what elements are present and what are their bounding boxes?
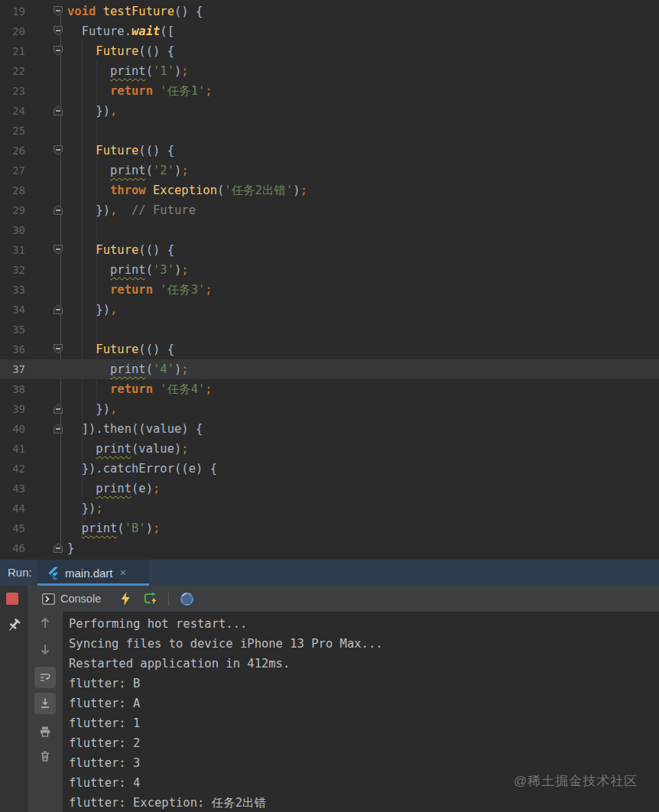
console-line: flutter: 2	[69, 733, 659, 753]
fold-gutter	[34, 320, 67, 339]
code-text[interactable]: Future.wait([	[67, 21, 174, 41]
code-line: 23 return '任务1';	[0, 81, 659, 101]
line-number: 30	[0, 220, 34, 240]
fold-gutter	[34, 141, 67, 161]
run-tab-main-dart[interactable]: main.dart ×	[37, 560, 149, 586]
line-number: 27	[0, 161, 34, 180]
line-number: 28	[0, 180, 34, 200]
code-text[interactable]: return '任务3';	[67, 280, 213, 300]
line-number: 40	[0, 419, 34, 439]
code-text[interactable]: }), // Future	[67, 200, 196, 220]
fold-marker-icon[interactable]	[54, 424, 63, 434]
fold-gutter	[34, 121, 67, 141]
line-number: 19	[0, 2, 34, 21]
code-line: 24 }),	[0, 101, 659, 121]
arrow-up-icon[interactable]	[34, 615, 56, 632]
code-line: 43 print(e);	[0, 479, 659, 499]
devtools-icon[interactable]	[179, 591, 194, 606]
fold-gutter	[34, 339, 67, 359]
code-text[interactable]: void testFuture() {	[67, 2, 203, 21]
fold-marker-icon[interactable]	[54, 205, 63, 215]
fold-gutter	[34, 220, 67, 240]
fold-gutter	[34, 300, 67, 320]
console-tab-label: Console	[60, 593, 101, 605]
code-text[interactable]: throw Exception('任务2出错');	[67, 180, 307, 200]
code-text[interactable]: Future(() {	[67, 339, 174, 359]
line-number: 33	[0, 280, 34, 300]
code-line: 26 Future(() {	[0, 141, 659, 161]
code-text[interactable]: return '任务1';	[67, 81, 213, 101]
code-text[interactable]: print('2');	[67, 161, 189, 180]
code-line: 42 }).catchError((e) {	[0, 459, 659, 479]
code-line: 25	[0, 121, 659, 141]
fold-gutter	[34, 479, 67, 499]
line-number: 21	[0, 41, 34, 61]
fold-marker-icon[interactable]	[54, 145, 63, 155]
console-toolbar: Console	[0, 586, 659, 612]
editor-lines: 19void testFuture() {20 Future.wait([21 …	[0, 2, 659, 558]
hot-reload-lightning-icon[interactable]	[118, 591, 133, 606]
code-text[interactable]: }),	[67, 101, 117, 121]
code-text[interactable]: print('3');	[67, 260, 189, 280]
code-text[interactable]: ]).then((value) {	[67, 419, 203, 439]
line-number: 23	[0, 81, 34, 101]
code-text[interactable]: Future(() {	[67, 41, 174, 61]
code-text[interactable]: }	[67, 538, 74, 558]
fold-gutter	[34, 200, 67, 220]
stop-icon[interactable]	[6, 593, 18, 605]
fold-marker-icon[interactable]	[54, 26, 63, 36]
pin-icon[interactable]	[6, 618, 21, 633]
close-icon[interactable]: ×	[120, 567, 127, 578]
code-text[interactable]: }),	[67, 399, 117, 419]
code-text[interactable]: }),	[67, 300, 117, 320]
soft-wrap-icon[interactable]	[34, 667, 56, 688]
scroll-to-end-icon[interactable]	[34, 693, 56, 714]
line-number: 41	[0, 439, 34, 459]
code-text[interactable]: print('4');	[67, 359, 189, 379]
line-number: 38	[0, 379, 34, 399]
fold-marker-icon[interactable]	[54, 543, 63, 553]
fold-gutter	[34, 280, 67, 300]
code-line: 28 throw Exception('任务2出错');	[0, 180, 659, 200]
print-icon[interactable]	[34, 723, 56, 740]
code-text[interactable]: print(value);	[67, 439, 189, 459]
line-number: 34	[0, 300, 34, 320]
toolbar-divider	[168, 592, 169, 606]
fold-gutter	[34, 21, 67, 41]
fold-marker-icon[interactable]	[54, 245, 63, 255]
line-number: 45	[0, 518, 34, 538]
fold-marker-icon[interactable]	[54, 6, 63, 16]
code-text[interactable]: print('1');	[67, 61, 189, 81]
hot-restart-icon[interactable]	[143, 591, 158, 606]
fold-marker-icon[interactable]	[54, 46, 63, 56]
line-number: 36	[0, 339, 34, 359]
code-text[interactable]: print('B');	[67, 518, 160, 538]
trash-icon[interactable]	[34, 748, 56, 765]
tab-console[interactable]: Console	[42, 593, 101, 605]
line-number: 43	[0, 479, 34, 499]
line-number: 46	[0, 538, 34, 558]
code-line: 44 });	[0, 499, 659, 518]
line-number: 29	[0, 200, 34, 220]
fold-gutter	[34, 499, 67, 518]
code-text[interactable]: return '任务4';	[67, 379, 213, 399]
fold-gutter	[34, 419, 67, 439]
code-text[interactable]: }).catchError((e) {	[67, 459, 217, 479]
code-text[interactable]: Future(() {	[67, 141, 174, 161]
arrow-down-icon[interactable]	[34, 641, 56, 658]
code-text[interactable]: print(e);	[67, 479, 160, 499]
fold-gutter	[34, 538, 67, 558]
code-line: 34 }),	[0, 300, 659, 320]
fold-marker-icon[interactable]	[54, 404, 63, 414]
fold-gutter	[34, 180, 67, 200]
code-text[interactable]: Future(() {	[67, 240, 174, 260]
code-line: 35	[0, 320, 659, 339]
code-line: 21 Future(() {	[0, 41, 659, 61]
line-number: 37	[0, 359, 34, 379]
fold-marker-icon[interactable]	[54, 344, 63, 354]
code-text[interactable]: });	[67, 499, 103, 518]
fold-marker-icon[interactable]	[54, 304, 63, 314]
code-editor[interactable]: 19void testFuture() {20 Future.wait([21 …	[0, 0, 659, 560]
fold-gutter	[34, 61, 67, 81]
fold-marker-icon[interactable]	[54, 106, 63, 115]
